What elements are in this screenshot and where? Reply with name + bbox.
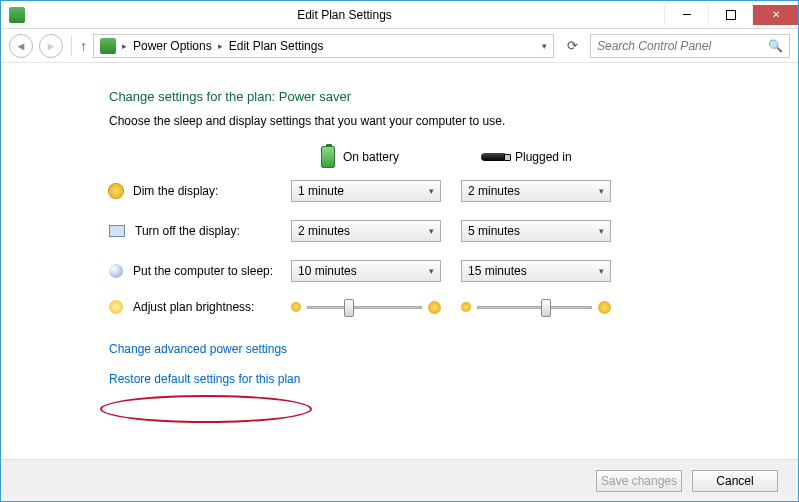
chevron-down-icon: ▾ xyxy=(599,226,604,236)
separator xyxy=(71,36,72,56)
chevron-right-icon: ▸ xyxy=(218,41,223,51)
row-brightness: Adjust plan brightness: xyxy=(109,300,758,314)
save-changes-button[interactable]: Save changes xyxy=(596,470,682,492)
page-heading: Change settings for the plan: Power save… xyxy=(109,89,758,104)
search-icon: 🔍 xyxy=(768,39,783,53)
page-subheading: Choose the sleep and display settings th… xyxy=(109,114,758,128)
dim-icon xyxy=(109,184,123,198)
dim-label: Dim the display: xyxy=(133,184,218,198)
sun-large-icon xyxy=(428,301,441,314)
back-button[interactable]: ◄ xyxy=(9,34,33,58)
chevron-down-icon: ▾ xyxy=(599,186,604,196)
slider-track[interactable] xyxy=(307,306,422,309)
battery-icon xyxy=(321,146,335,168)
cancel-button[interactable]: Cancel xyxy=(692,470,778,492)
search-input[interactable] xyxy=(597,39,768,53)
refresh-button[interactable]: ⟳ xyxy=(560,34,584,58)
links-section: Change advanced power settings Restore d… xyxy=(109,342,758,402)
title-bar: Edit Plan Settings xyxy=(1,1,798,29)
chevron-down-icon: ▾ xyxy=(429,266,434,276)
plug-icon xyxy=(481,153,507,161)
advanced-settings-link[interactable]: Change advanced power settings xyxy=(109,342,287,356)
window-title: Edit Plan Settings xyxy=(25,8,664,22)
search-field[interactable]: 🔍 xyxy=(590,34,790,58)
row-sleep: Put the computer to sleep: 10 minutes▾ 1… xyxy=(109,260,758,282)
brightness-battery-slider[interactable] xyxy=(291,301,441,314)
monitor-icon xyxy=(109,225,125,237)
row-dim-display: Dim the display: 1 minute▾ 2 minutes▾ xyxy=(109,180,758,202)
breadcrumb-dropdown-icon[interactable]: ▾ xyxy=(542,41,547,51)
column-on-battery: On battery xyxy=(343,150,399,164)
sun-large-icon xyxy=(598,301,611,314)
sun-small-icon xyxy=(461,302,471,312)
slider-track[interactable] xyxy=(477,306,592,309)
slider-thumb[interactable] xyxy=(344,299,354,317)
slider-thumb[interactable] xyxy=(541,299,551,317)
breadcrumb-bar[interactable]: ▸ Power Options ▸ Edit Plan Settings ▾ xyxy=(93,34,554,58)
sleep-icon xyxy=(109,264,123,278)
chevron-right-icon: ▸ xyxy=(122,41,127,51)
forward-button[interactable]: ► xyxy=(39,34,63,58)
dim-plugged-select[interactable]: 2 minutes▾ xyxy=(461,180,611,202)
app-icon xyxy=(9,7,25,23)
sleep-label: Put the computer to sleep: xyxy=(133,264,273,278)
row-turn-off-display: Turn off the display: 2 minutes▾ 5 minut… xyxy=(109,220,758,242)
restore-defaults-link[interactable]: Restore default settings for this plan xyxy=(109,372,300,386)
chevron-down-icon: ▾ xyxy=(599,266,604,276)
content-area: Change settings for the plan: Power save… xyxy=(1,63,798,412)
sleep-battery-select[interactable]: 10 minutes▾ xyxy=(291,260,441,282)
column-plugged-in: Plugged in xyxy=(515,150,572,164)
dim-battery-select[interactable]: 1 minute▾ xyxy=(291,180,441,202)
brightness-plugged-slider[interactable] xyxy=(461,301,611,314)
breadcrumb-item-power-options[interactable]: Power Options xyxy=(133,39,212,53)
sleep-plugged-select[interactable]: 15 minutes▾ xyxy=(461,260,611,282)
brightness-label: Adjust plan brightness: xyxy=(133,300,254,314)
turnoff-label: Turn off the display: xyxy=(135,224,240,238)
maximize-button[interactable] xyxy=(708,5,752,25)
turnoff-battery-select[interactable]: 2 minutes▾ xyxy=(291,220,441,242)
up-button[interactable]: ↑ xyxy=(80,38,87,54)
minimize-button[interactable] xyxy=(664,5,708,25)
brightness-icon xyxy=(109,300,123,314)
turnoff-plugged-select[interactable]: 5 minutes▾ xyxy=(461,220,611,242)
footer-bar: Save changes Cancel xyxy=(1,459,798,501)
power-options-icon xyxy=(100,38,116,54)
chevron-down-icon: ▾ xyxy=(429,186,434,196)
breadcrumb-item-edit-plan[interactable]: Edit Plan Settings xyxy=(229,39,324,53)
nav-bar: ◄ ► ↑ ▸ Power Options ▸ Edit Plan Settin… xyxy=(1,29,798,63)
chevron-down-icon: ▾ xyxy=(429,226,434,236)
column-headers: On battery Plugged in xyxy=(109,146,758,168)
sun-small-icon xyxy=(291,302,301,312)
close-button[interactable] xyxy=(752,5,798,25)
